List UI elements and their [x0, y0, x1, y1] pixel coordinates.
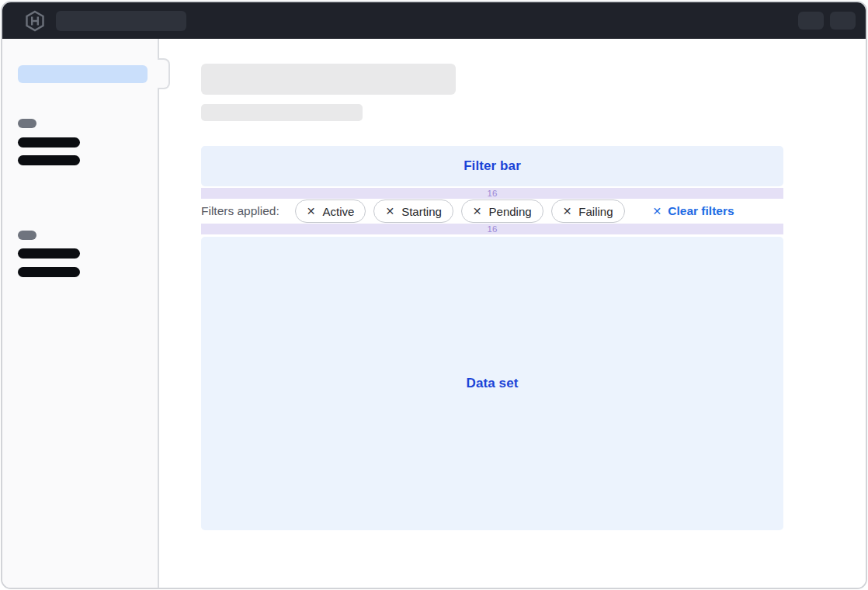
filter-bar-region-label: Filter bar — [464, 158, 521, 174]
spacing-annotation-top: 16 — [201, 188, 783, 199]
filter-chip-starting[interactable]: ✕ Starting — [373, 200, 453, 223]
hashicorp-logo-icon — [25, 10, 45, 32]
topbar-action-button-1[interactable] — [798, 12, 824, 30]
sidebar-section-heading-placeholder-1 — [18, 119, 36, 128]
sidebar-active-item-placeholder[interactable] — [18, 65, 148, 83]
main-content: Filter bar 16 Filters applied: ✕ Active … — [159, 39, 866, 588]
filter-chip-pending[interactable]: ✕ Pending — [461, 200, 543, 223]
sidebar — [2, 39, 159, 588]
top-navigation-bar — [2, 2, 866, 39]
topbar-action-button-2[interactable] — [830, 12, 856, 30]
data-set-region-label: Data set — [467, 376, 519, 391]
sidebar-nav-item-placeholder-2[interactable] — [18, 155, 80, 165]
chip-close-icon[interactable]: ✕ — [473, 206, 482, 217]
page-subtitle-placeholder — [201, 104, 363, 121]
applied-filters-row: Filters applied: ✕ Active ✕ Starting ✕ P… — [201, 199, 783, 224]
sidebar-nav-item-placeholder-3[interactable] — [18, 248, 80, 259]
clear-filters-x-icon: ✕ — [653, 205, 662, 217]
filter-chip-label: Pending — [489, 205, 532, 218]
chip-close-icon[interactable]: ✕ — [563, 206, 572, 217]
chip-close-icon[interactable]: ✕ — [307, 206, 316, 217]
sidebar-section-heading-placeholder-2 — [18, 231, 36, 240]
sidebar-nav-item-placeholder-1[interactable] — [18, 137, 80, 148]
spacing-annotation-bottom: 16 — [201, 224, 783, 234]
topbar-search-placeholder[interactable] — [56, 11, 186, 31]
chip-close-icon[interactable]: ✕ — [385, 206, 394, 217]
filter-chip-failing[interactable]: ✕ Failing — [551, 200, 625, 223]
sidebar-nav-item-placeholder-4[interactable] — [18, 267, 80, 277]
spacing-annotation-top-value: 16 — [488, 188, 498, 199]
app-window: Filter bar 16 Filters applied: ✕ Active … — [1, 1, 867, 589]
filter-chip-label: Active — [323, 205, 355, 218]
sidebar-collapse-handle[interactable] — [158, 58, 170, 89]
page-title-placeholder — [201, 64, 456, 95]
filter-chip-label: Starting — [401, 205, 442, 218]
filter-bar-region: Filter bar — [201, 146, 783, 186]
clear-filters-label: Clear filters — [668, 204, 734, 218]
filter-chip-active[interactable]: ✕ Active — [295, 200, 366, 223]
spacing-annotation-bottom-value: 16 — [488, 224, 498, 234]
filters-applied-label: Filters applied: — [201, 204, 279, 218]
clear-filters-button[interactable]: ✕ Clear filters — [653, 204, 734, 218]
data-set-region: Data set — [201, 237, 783, 530]
filter-chip-label: Failing — [578, 205, 613, 218]
